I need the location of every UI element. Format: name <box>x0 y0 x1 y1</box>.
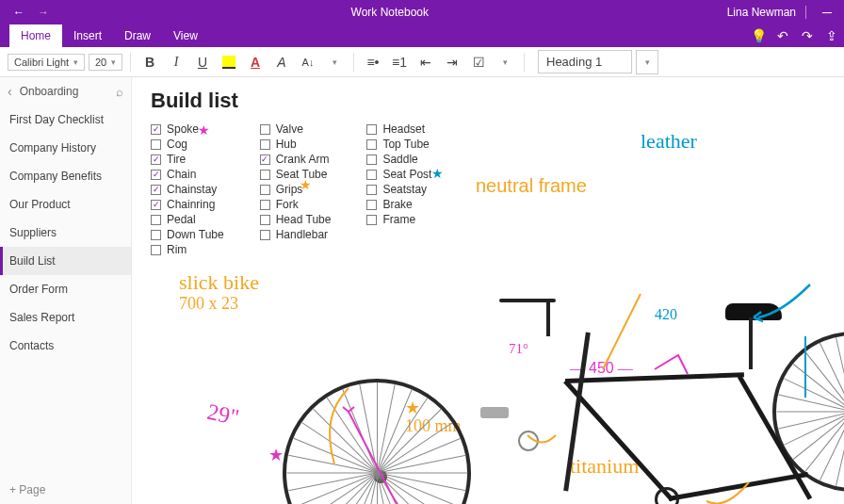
chevron-left-icon[interactable]: ‹ <box>8 84 12 99</box>
checklist-item[interactable]: Grips <box>260 183 332 196</box>
font-expand[interactable]: ▾ <box>323 51 346 73</box>
checklist-item[interactable]: Fork <box>260 198 332 211</box>
sidebar-item[interactable]: Order Form <box>0 275 131 303</box>
checklist-item[interactable]: Valve <box>260 122 332 136</box>
font-select[interactable]: Calibri Light▾ <box>8 54 85 71</box>
checkbox-icon[interactable] <box>151 139 161 150</box>
todo-button[interactable]: ☑ <box>467 51 490 73</box>
sidebar-item[interactable]: Build List <box>0 247 131 275</box>
font-size-select[interactable]: 20▾ <box>89 54 122 71</box>
checkbox-icon[interactable] <box>366 215 377 225</box>
bold-button[interactable]: B <box>138 51 161 73</box>
checklist-item[interactable]: Hub <box>260 138 332 151</box>
checkbox-icon[interactable] <box>260 170 270 180</box>
checkbox-icon[interactable]: ✓ <box>151 170 161 180</box>
sidebar-item[interactable]: Company History <box>0 134 131 162</box>
italic-button[interactable]: I <box>165 51 187 73</box>
outdent-button[interactable]: ⇤ <box>414 51 437 73</box>
checklist-item[interactable]: ✓Chainstay <box>151 183 224 196</box>
checklist-item[interactable]: ✓Tire <box>151 153 224 166</box>
para-expand[interactable]: ▾ <box>494 51 516 73</box>
sidebar-item[interactable]: First Day Checklist <box>0 106 131 134</box>
checkbox-icon[interactable] <box>366 154 377 165</box>
indent-button[interactable]: ⇥ <box>441 51 463 73</box>
checklist-item[interactable]: Frame <box>366 213 431 226</box>
user-name[interactable]: Lina Newman <box>727 6 796 19</box>
tab-draw[interactable]: Draw <box>113 24 162 47</box>
checklist-item[interactable]: Down Tube <box>151 228 224 241</box>
highlight-button[interactable] <box>218 51 240 73</box>
checkbox-icon[interactable] <box>366 139 377 150</box>
checkbox-icon[interactable] <box>260 139 270 150</box>
checklist-label: Fork <box>276 198 299 211</box>
checklist-item[interactable]: ✓Crank Arm <box>260 153 332 166</box>
checkbox-icon[interactable]: ✓ <box>151 185 161 195</box>
redo-icon[interactable]: ↷ <box>795 24 820 47</box>
checklist-item[interactable]: Rim <box>151 243 224 256</box>
checklist-item[interactable]: Seat Post <box>366 168 431 181</box>
search-icon[interactable]: ⌕ <box>116 85 123 99</box>
checklist-item[interactable]: Head Tube <box>260 213 332 226</box>
checkbox-icon[interactable] <box>366 170 377 180</box>
checklist-label: Frame <box>382 213 415 226</box>
share-icon[interactable]: ⇪ <box>820 24 844 47</box>
checkbox-icon[interactable] <box>151 215 161 225</box>
checklist-item[interactable]: Cog <box>151 138 224 151</box>
minimize-button[interactable]: ─ <box>816 5 838 20</box>
font-color-button[interactable]: A <box>244 51 267 73</box>
tab-view[interactable]: View <box>162 24 209 47</box>
checklist-item[interactable]: ✓Spoke <box>151 122 224 136</box>
format-painter-button[interactable]: A↓ <box>297 51 319 73</box>
clear-format-button[interactable]: A <box>270 51 293 73</box>
checkbox-icon[interactable] <box>366 200 377 210</box>
checklist-item[interactable]: ✓Chainring <box>151 198 224 211</box>
forward-button[interactable]: → <box>34 3 53 22</box>
sidebar-header[interactable]: ‹ Onboarding ⌕ <box>0 77 131 106</box>
sidebar-item[interactable]: Our Product <box>0 190 131 219</box>
checklist-item[interactable]: Handlebar <box>260 228 332 241</box>
checklist-item[interactable]: Saddle <box>366 153 431 166</box>
checkbox-icon[interactable] <box>366 185 377 195</box>
numbering-button[interactable]: ≡1 <box>388 51 411 73</box>
checkbox-icon[interactable]: ✓ <box>151 154 161 165</box>
lightbulb-icon[interactable]: 💡 <box>746 24 771 47</box>
sidebar-item[interactable]: Company Benefits <box>0 162 131 190</box>
checklist[interactable]: ✓SpokeCog✓Tire✓Chain✓Chainstay✓Chainring… <box>151 122 825 256</box>
add-page-button[interactable]: + Page <box>0 476 131 504</box>
underline-button[interactable]: U <box>191 51 214 73</box>
page-canvas[interactable]: Build list ✓SpokeCog✓Tire✓Chain✓Chainsta… <box>132 77 844 504</box>
page-title[interactable]: Build list <box>151 89 825 113</box>
checkbox-icon[interactable] <box>151 245 161 255</box>
sidebar-item[interactable]: Suppliers <box>0 219 131 247</box>
checklist-item[interactable]: Seat Tube <box>260 168 332 181</box>
checklist-label: Brake <box>382 198 412 211</box>
undo-icon[interactable]: ↶ <box>771 24 795 47</box>
checkbox-icon[interactable] <box>260 215 270 225</box>
checkbox-icon[interactable] <box>366 124 377 135</box>
checkbox-icon[interactable] <box>260 124 270 135</box>
checkbox-icon[interactable]: ✓ <box>151 200 161 210</box>
checklist-item[interactable]: Pedal <box>151 213 224 226</box>
style-expand[interactable]: ▾ <box>636 50 658 74</box>
checkbox-icon[interactable]: ✓ <box>151 124 161 135</box>
checkbox-icon[interactable]: ✓ <box>260 154 270 165</box>
bullets-button[interactable]: ≡• <box>362 51 384 73</box>
ink-note: 700 x 23 <box>179 294 238 314</box>
tab-home[interactable]: Home <box>9 24 62 47</box>
checklist-item[interactable]: Brake <box>366 198 431 211</box>
checkbox-icon[interactable] <box>260 185 270 195</box>
checklist-item[interactable]: Top Tube <box>366 138 431 151</box>
style-select[interactable]: Heading 1 <box>538 50 632 73</box>
sidebar-item[interactable]: Sales Report <box>0 303 131 332</box>
checklist-label: Grips <box>276 183 303 196</box>
checkbox-icon[interactable] <box>260 200 270 210</box>
checkbox-icon[interactable] <box>151 230 161 240</box>
checkbox-icon[interactable] <box>260 230 270 240</box>
checklist-item[interactable]: ✓Chain <box>151 168 224 181</box>
back-button[interactable]: ← <box>9 3 28 22</box>
checklist-label: Crank Arm <box>276 153 330 166</box>
checklist-item[interactable]: Headset <box>366 122 431 136</box>
sidebar-item[interactable]: Contacts <box>0 332 131 360</box>
tab-insert[interactable]: Insert <box>62 24 113 47</box>
checklist-item[interactable]: Seatstay <box>366 183 431 196</box>
